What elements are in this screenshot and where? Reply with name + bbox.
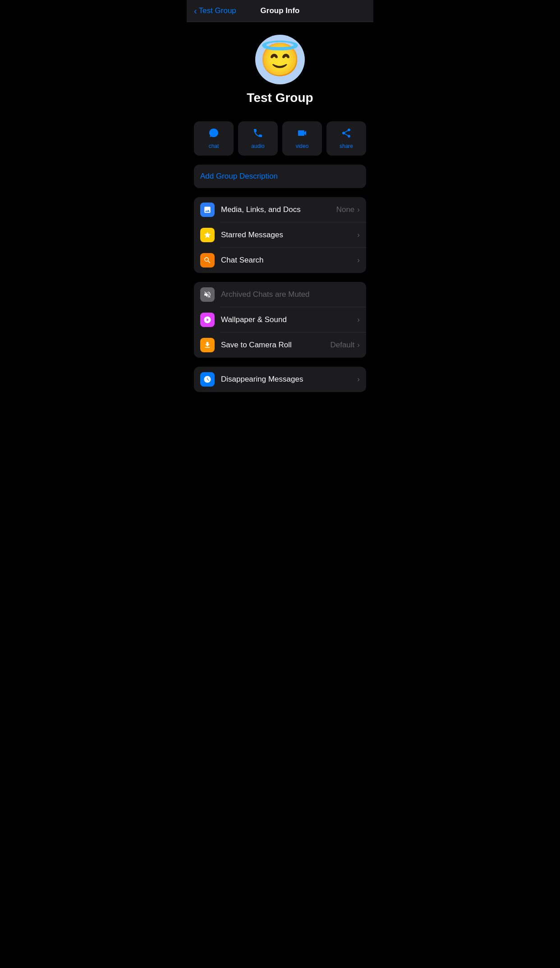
wallpaper-sound-item[interactable]: Wallpaper & Sound › [194,307,366,332]
camera-roll-chevron-icon: › [357,341,360,350]
share-icon [341,128,352,141]
starred-messages-label: Starred Messages [221,230,357,240]
section-disappearing: Disappearing Messages › [194,367,366,392]
audio-label: audio [251,143,264,149]
back-label: Test Group [199,6,236,15]
save-camera-roll-item[interactable]: Save to Camera Roll Default › [194,332,366,358]
chat-search-label: Chat Search [221,256,357,265]
starred-icon [200,228,215,242]
disappearing-chevron-icon: › [357,375,360,384]
mute-icon [200,287,215,302]
phone-icon [252,128,263,141]
archived-chats-label: Archived Chats are Muted [221,290,360,299]
starred-messages-item[interactable]: Starred Messages › [194,222,366,248]
disappearing-messages-item[interactable]: Disappearing Messages › [194,367,366,392]
camera-roll-value: Default [330,341,354,350]
chat-label: chat [209,143,219,149]
group-avatar[interactable]: 😇 [255,35,305,84]
disappearing-messages-label: Disappearing Messages [221,375,357,384]
media-icon [200,203,215,217]
wallpaper-chevron-icon: › [357,315,360,324]
chat-icon [208,128,219,141]
add-description-label: Add Group Description [200,172,278,180]
starred-chevron-icon: › [357,230,360,240]
avatar-section: 😇 Test Group [187,22,373,114]
media-links-docs-item[interactable]: Media, Links, and Docs None › [194,197,366,222]
search-icon [200,253,215,267]
video-icon [297,128,308,141]
add-description-button[interactable]: Add Group Description [194,165,366,188]
chat-button[interactable]: chat [194,121,234,156]
header: ‹ Test Group Group Info [187,0,373,22]
audio-button[interactable]: audio [238,121,278,156]
camera-roll-icon [200,338,215,352]
section-settings: Archived Chats are Muted Wallpaper & Sou… [194,282,366,358]
section-media: Media, Links, and Docs None › Starred Me… [194,197,366,273]
video-button[interactable]: video [282,121,322,156]
media-value: None [336,205,355,214]
media-chevron-icon: › [357,205,360,214]
share-button[interactable]: share [326,121,366,156]
page-title: Group Info [261,6,300,15]
group-name: Test Group [247,91,313,105]
disappearing-icon [200,372,215,387]
chat-search-chevron-icon: › [357,256,360,265]
chevron-left-icon: ‹ [194,6,197,15]
share-label: share [340,143,353,149]
archived-chats-muted-item: Archived Chats are Muted [194,282,366,307]
action-buttons-row: chat audio video share [187,114,373,156]
chat-search-item[interactable]: Chat Search › [194,248,366,273]
avatar-emoji: 😇 [260,43,300,76]
wallpaper-icon [200,313,215,327]
video-label: video [296,143,309,149]
save-camera-roll-label: Save to Camera Roll [221,341,330,350]
back-button[interactable]: ‹ Test Group [194,6,236,15]
wallpaper-sound-label: Wallpaper & Sound [221,315,357,324]
media-links-docs-label: Media, Links, and Docs [221,205,336,214]
